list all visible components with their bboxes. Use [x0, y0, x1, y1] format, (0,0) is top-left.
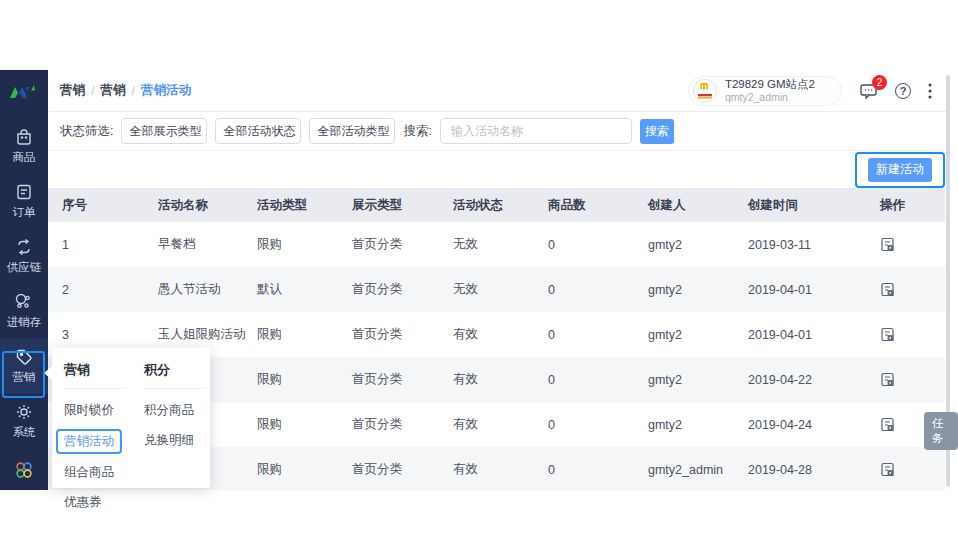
cell-activity-type: 限购	[257, 236, 352, 253]
view-detail-icon[interactable]	[880, 327, 895, 343]
new-activity-button[interactable]: 新建活动	[868, 158, 932, 182]
table-header-row: 序号 活动名称 活动类型 展示类型 活动状态 商品数 创建人 创建时间 操作	[48, 188, 945, 222]
app-logo	[0, 70, 48, 113]
cell-created-time: 2019-04-01	[748, 283, 880, 297]
top-bar: 营销 / 营销 / 营销活动	[48, 70, 946, 112]
sidebar-item-label: 商品	[13, 150, 36, 165]
cell-status: 有效	[453, 326, 548, 343]
kebab-menu-icon	[928, 83, 932, 99]
cell-product-count: 0	[548, 373, 648, 387]
cell-creator: gmty2_admin	[648, 463, 748, 477]
breadcrumb: 营销 / 营销 / 营销活动	[60, 82, 191, 99]
dropdown-value: 全部展示类型	[129, 123, 201, 140]
help-icon: ?	[895, 83, 911, 99]
cell-creator: gmty2	[648, 373, 748, 387]
sidebar-item-system[interactable]: 系统	[0, 394, 48, 449]
view-detail-icon[interactable]	[880, 237, 895, 253]
sidebar-item-label: 系统	[13, 425, 36, 440]
search-button[interactable]: 搜索	[640, 119, 674, 144]
sidebar: 商品 订单 供应链	[0, 70, 48, 490]
cell-index: 3	[62, 328, 158, 342]
breadcrumb-item[interactable]: 营销	[100, 82, 125, 99]
avatar	[693, 79, 717, 103]
order-icon	[14, 182, 34, 202]
view-detail-icon[interactable]	[880, 372, 895, 388]
sidebar-item-supply-chain[interactable]: 供应链	[0, 229, 48, 284]
bag-icon	[14, 127, 34, 147]
user-info: T29829 GM站点2 qmty2_admin	[725, 78, 815, 103]
cell-name: 早餐档	[158, 236, 257, 253]
dropdown-value: 全部活动状态	[223, 123, 295, 140]
help-button[interactable]: ?	[895, 83, 911, 99]
sidebar-item-orders[interactable]: 订单	[0, 174, 48, 229]
breadcrumb-separator: /	[131, 84, 134, 98]
brand-avatar-icon	[694, 80, 716, 102]
sidebar-item-products[interactable]: 商品	[0, 119, 48, 174]
cell-status: 无效	[453, 236, 548, 253]
dropdown-value: 全部活动类型	[317, 123, 389, 140]
breadcrumb-item-current[interactable]: 营销活动	[141, 82, 191, 99]
popup-column-points: 积分 积分商品 兑换明细	[144, 361, 206, 478]
message-count-badge: 2	[872, 75, 887, 90]
logo-icon	[7, 82, 41, 102]
sidebar-item-label: 进销存	[7, 315, 42, 330]
cell-name: 愚人节活动	[158, 281, 257, 298]
cell-creator: gmty2	[648, 328, 748, 342]
cell-display-type: 首页分类	[352, 416, 453, 433]
breadcrumb-item[interactable]: 营销	[60, 82, 85, 99]
col-header-status: 活动状态	[453, 197, 548, 214]
activity-status-dropdown[interactable]: 全部活动状态	[215, 118, 301, 144]
cell-product-count: 0	[548, 328, 648, 342]
table-row: 1 早餐档 限购 首页分类 无效 0 gmty2 2019-03-11	[48, 222, 945, 267]
col-header-creator: 创建人	[648, 197, 748, 214]
cell-creator: gmty2	[648, 238, 748, 252]
menu-item-coupon[interactable]: 优惠券	[64, 494, 126, 511]
popup-column-title: 营销	[64, 361, 126, 389]
more-options-button[interactable]	[928, 83, 932, 99]
col-header-name: 活动名称	[158, 197, 257, 214]
search-input[interactable]	[440, 118, 632, 144]
table-row: 2 愚人节活动 默认 首页分类 无效 0 gmty2 2019-04-01	[48, 267, 945, 312]
cell-display-type: 首页分类	[352, 236, 453, 253]
sidebar-item-inventory[interactable]: 进销存	[0, 284, 48, 339]
breadcrumb-separator: /	[91, 84, 94, 98]
display-type-dropdown[interactable]: 全部展示类型	[121, 118, 207, 144]
sidebar-apps-launcher[interactable]	[0, 451, 48, 490]
cell-name: 玉人姐限购活动	[158, 326, 257, 343]
user-title: T29829 GM站点2	[725, 78, 815, 91]
cell-display-type: 首页分类	[352, 326, 453, 343]
menu-item-combo-product[interactable]: 组合商品	[64, 464, 126, 481]
user-pill[interactable]: T29829 GM站点2 qmty2_admin	[688, 76, 842, 106]
cell-status: 无效	[453, 281, 548, 298]
menu-item-marketing-activity[interactable]: 营销活动	[56, 429, 122, 454]
col-header-index: 序号	[62, 197, 158, 214]
menu-item-exchange-detail[interactable]: 兑换明细	[144, 432, 206, 449]
cell-created-time: 2019-03-11	[748, 238, 880, 252]
cell-product-count: 0	[548, 418, 648, 432]
user-subtitle: qmty2_admin	[725, 91, 815, 103]
cell-status: 有效	[453, 371, 548, 388]
cell-created-time: 2019-04-24	[748, 418, 880, 432]
cell-display-type: 首页分类	[352, 281, 453, 298]
task-badge[interactable]: 任务	[924, 412, 958, 450]
cell-activity-type: 限购	[257, 371, 352, 388]
cell-product-count: 0	[548, 238, 648, 252]
messages-button[interactable]: 2	[859, 82, 878, 100]
view-detail-icon[interactable]	[880, 282, 895, 298]
cell-created-time: 2019-04-01	[748, 328, 880, 342]
tag-icon	[14, 347, 34, 367]
sidebar-item-marketing[interactable]: 营销	[0, 339, 48, 394]
menu-item-points-product[interactable]: 积分商品	[144, 402, 206, 419]
cell-created-time: 2019-04-28	[748, 463, 880, 477]
view-detail-icon[interactable]	[880, 462, 895, 478]
filter-bar: 状态筛选: 全部展示类型 全部活动状态 全部活动类型 搜索: 搜索	[48, 112, 946, 151]
cell-product-count: 0	[548, 283, 648, 297]
col-header-actions: 操作	[880, 197, 945, 214]
activity-type-dropdown[interactable]: 全部活动类型	[309, 118, 395, 144]
view-detail-icon[interactable]	[880, 417, 895, 433]
cell-activity-type: 默认	[257, 281, 352, 298]
cell-activity-type: 限购	[257, 461, 352, 478]
cell-product-count: 0	[548, 463, 648, 477]
menu-item-limited-time-price[interactable]: 限时锁价	[64, 402, 126, 419]
sidebar-item-label: 订单	[13, 205, 36, 220]
